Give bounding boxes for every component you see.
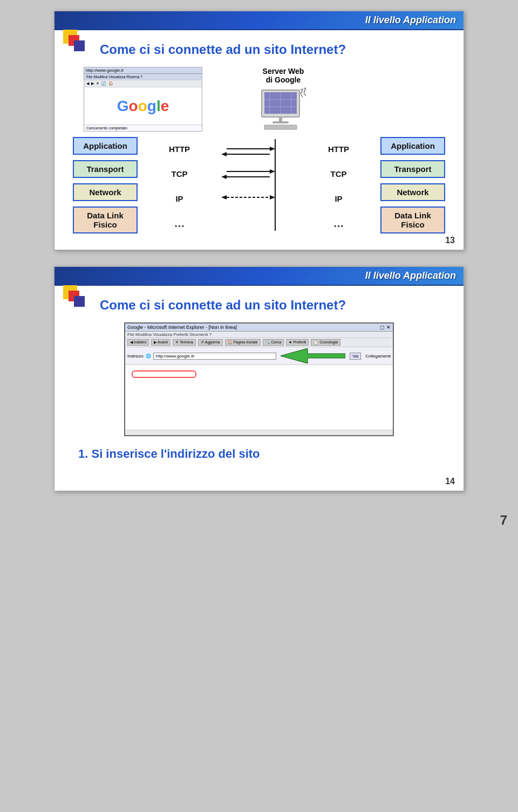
layer-application-right: Application [380,137,445,155]
browser-menu-bar: File Modifica Visualizza Ricerca ? [84,74,202,80]
layer-datalink-left: Data LinkFisico [73,207,138,233]
address-input[interactable] [153,353,277,360]
slide-2-title: Il livello Application [365,270,456,281]
svg-rect-7 [279,117,282,121]
slide-1: Il livello Application Come ci si connet… [54,11,464,250]
browser-toolbar-top: ◀▶✕🔄🏠 [84,80,202,87]
server-label: Server Webdi Google [263,67,304,84]
svg-marker-12 [270,147,275,151]
proto-http-right: HTTP [328,139,349,159]
go-button[interactable]: Vai [350,353,361,360]
svg-marker-14 [221,152,227,156]
slide-number-2: 14 [445,477,455,486]
proto-ip-left: IP [175,189,183,208]
proto-dots-left: … [174,214,185,233]
svg-marker-16 [270,169,275,174]
computer-icon [256,87,310,130]
browser-controls: ▢ ✕ [380,325,391,330]
address-label: Indirizzo [127,354,144,359]
slide-1-body: Come ci si connette ad un sito Internet?… [54,30,464,250]
browser-titlebar: Google - Microsoft Internet Explorer - [… [125,324,393,332]
top-section: http://www.google.it File Modifica Visua… [84,67,451,132]
browser-menu-bar: File Modifica Visualizza Preferiti Strum… [125,332,393,338]
layer-network-right: Network [380,183,445,201]
browser-content [125,365,393,430]
favorites-button[interactable]: ★ Preferiti [286,339,309,346]
links-button[interactable]: Collegamenti [365,354,391,359]
slide-1-question: Come ci si connette ad un sito Internet? [100,42,451,57]
insert-address-text: 1. Si inserisce l'indirizzo del sito [78,447,451,461]
slide-2: Il livello Application Come ci si connet… [54,266,464,491]
browser-title-text: Google - Microsoft Internet Explorer - [… [127,325,237,330]
history-button[interactable]: 📋 Cronologia [311,339,340,346]
slide-1-title: Il livello Application [365,15,456,25]
layer-datalink-right: Data LinkFisico [380,207,445,233]
browser-footer: Caricamento completato [84,125,202,131]
back-button[interactable]: ◀ Indietro [127,339,149,346]
server-web-section: Server Webdi Google [256,67,310,130]
layer-transport-right: Transport [380,160,445,178]
proto-tcp-right: TCP [331,164,347,183]
proto-ip-right: IP [335,189,342,208]
slide-number-1: 13 [445,236,455,245]
green-arrow-icon [281,348,345,363]
refresh-button[interactable]: ↺ Aggiorna [198,339,223,346]
svg-rect-8 [272,121,289,123]
forward-button[interactable]: ▶ Avanti [151,339,171,346]
proto-dots-right: … [333,214,344,233]
svg-rect-9 [264,125,297,129]
layer-network-left: Network [73,183,138,201]
slide-2-header: Il livello Application [54,267,464,286]
stack-left: Application Transport Network Data LinkF… [73,137,138,233]
google-browser-mock: http://www.google.it File Modifica Visua… [84,67,202,132]
google-logo-area: Google [84,87,202,125]
proto-tcp-left: TCP [172,164,188,183]
slide-1-header: Il livello Application [54,11,464,30]
svg-marker-20 [270,195,275,199]
home-button[interactable]: 🏠 Pagina iniziale [225,339,261,346]
network-diagram: Application Transport Network Data LinkF… [67,137,451,233]
svg-marker-18 [221,175,227,179]
protocol-labels-left: HTTP TCP IP … [158,139,201,233]
protocol-labels-right: HTTP TCP IP … [317,139,360,233]
slide-2-body: Come ci si connette ad un sito Internet?… [54,286,464,491]
slide-2-question: Come ci si connette ad un sito Internet? [100,298,451,313]
go-icon: 🌐 [146,354,151,359]
page-number: 7 [0,507,518,533]
stack-right: Application Transport Network Data LinkF… [380,137,445,233]
browser-titlebar: http://www.google.it [84,67,202,74]
internet-explorer-mockup: Google - Microsoft Internet Explorer - [… [124,322,394,436]
search-button[interactable]: 🔍 Cerca [263,339,284,346]
arrows-area [221,139,297,231]
browser-toolbar: ◀ Indietro ▶ Avanti ✕ Termina ↺ Aggiorna… [125,338,393,347]
svg-marker-22 [281,348,345,363]
proto-http-left: HTTP [169,139,190,159]
browser-address-bar: Indirizzo 🌐 Vai Collegamenti [125,347,393,365]
svg-marker-21 [221,195,227,199]
google-logo-text: Google [117,98,169,115]
address-highlight [132,370,196,378]
browser-scrollbar-h[interactable] [125,430,393,435]
arrows-svg [221,139,297,231]
stop-button[interactable]: ✕ Termina [173,339,196,346]
layer-application-left: Application [73,137,138,155]
layer-transport-left: Transport [73,160,138,178]
